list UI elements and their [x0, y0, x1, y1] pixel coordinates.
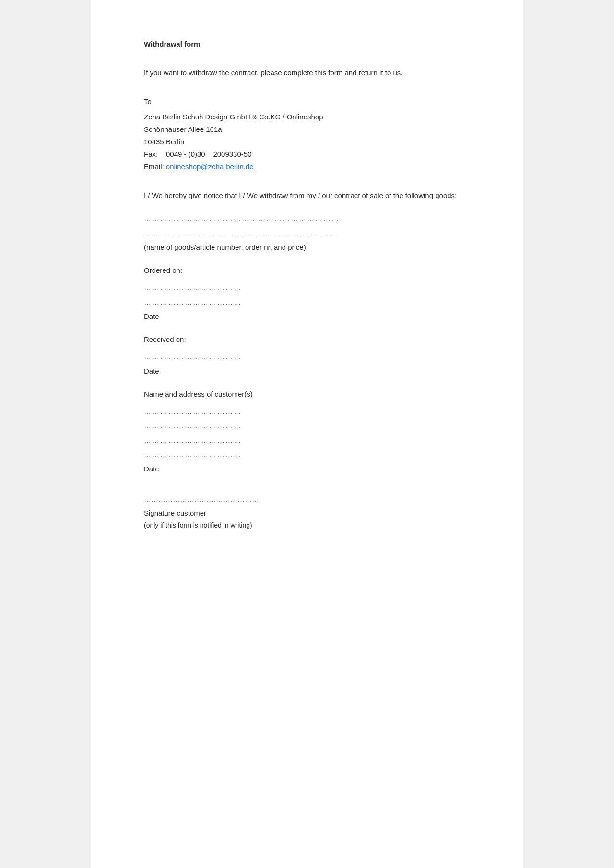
- to-label: To: [144, 96, 475, 107]
- dotted-ordered-2: ………………………………: [144, 296, 475, 308]
- dotted-goods-1: ………………………………………………………………: [144, 213, 475, 224]
- company-name: Zeha Berlin Schuh Design GmbH & Co.KG / …: [144, 111, 475, 123]
- signature-dotted-line: …………………………………………: [144, 494, 475, 505]
- dotted-ordered-1: ………………………………: [144, 282, 475, 293]
- date-label-3: Date: [144, 465, 159, 473]
- ordered-on-section: Ordered on: ……………………………… ……………………………… Da…: [144, 265, 475, 322]
- received-on-section: Received on: ……………………………… Date: [144, 334, 475, 377]
- page: Withdrawal form If you want to withdraw …: [91, 0, 523, 868]
- goods-label: (name of goods/article number, order nr.…: [144, 242, 475, 253]
- dotted-received-1: ………………………………: [144, 351, 475, 363]
- name-address-label: Name and address of customer(s): [144, 388, 475, 400]
- dotted-name-3: ………………………………: [144, 434, 475, 446]
- email-line: Email: onlineshop@zeha-berlin.de: [144, 161, 475, 173]
- dotted-name-4: ………………………………: [144, 449, 475, 460]
- date-label-2: Date: [144, 367, 159, 375]
- signature-label: Signature customer: [144, 507, 475, 519]
- fax-label: Fax:: [144, 149, 163, 160]
- signature-note: (only if this form is notified in writin…: [144, 520, 475, 530]
- signature-section: ………………………………………… Signature customer (onl…: [144, 494, 475, 530]
- notice-text: I / We hereby give notice that I / We wi…: [144, 190, 475, 201]
- email-label: Email:: [144, 163, 164, 171]
- ordered-on-label: Ordered on:: [144, 265, 475, 276]
- fax-line: Fax: 0049 - (0)30 – 2009330-50: [144, 149, 475, 160]
- street-address: Schönhauser Allee 161a: [144, 124, 475, 135]
- goods-section: ……………………………………………………………… …………………………………………: [144, 213, 475, 253]
- address-block: Zeha Berlin Schuh Design GmbH & Co.KG / …: [144, 111, 475, 173]
- page-title: Withdrawal form: [144, 38, 475, 50]
- name-address-section: Name and address of customer(s) ………………………: [144, 388, 475, 475]
- dotted-name-2: ………………………………: [144, 420, 475, 432]
- date-label-1: Date: [144, 312, 159, 320]
- intro-text: If you want to withdraw the contract, pl…: [144, 67, 475, 79]
- dotted-name-1: ………………………………: [144, 406, 475, 417]
- fax-number: 0049 - (0)30 – 2009330-50: [166, 149, 251, 160]
- received-on-label: Received on:: [144, 334, 475, 345]
- dotted-goods-2: ………………………………………………………………: [144, 227, 475, 239]
- email-link[interactable]: onlineshop@zeha-berlin.de: [166, 163, 254, 171]
- city-address: 10435 Berlin: [144, 136, 475, 148]
